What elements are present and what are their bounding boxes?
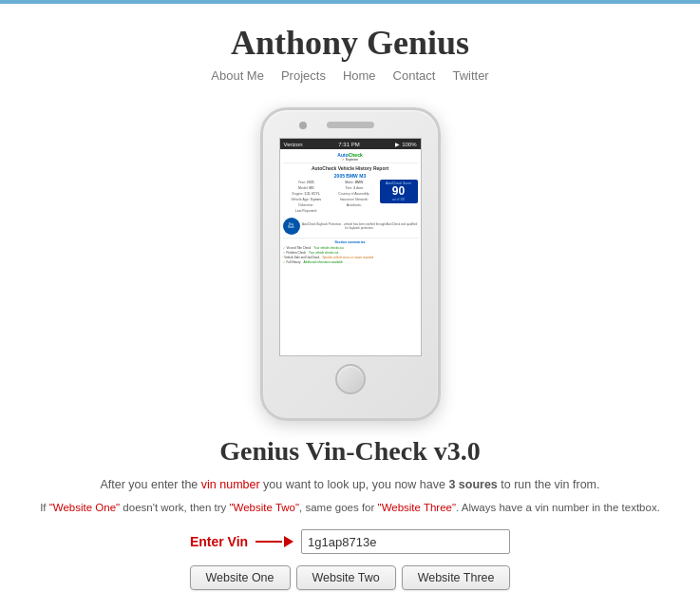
phone-screen: Verizon 7:31 PM ▶ 100% AutoCheck ✓ Exper… (279, 138, 422, 356)
phone-body: Verizon 7:31 PM ▶ 100% AutoCheck ✓ Exper… (260, 107, 441, 421)
score-value: 90 (382, 185, 416, 197)
website-three-button[interactable]: Website Three (402, 565, 511, 590)
screen-checklist: ✓ Vin and Title Check Your vehicle check… (283, 246, 418, 264)
header: Anthony Genius About Me Projects Home Co… (0, 4, 700, 88)
site-two-ref: "Website Two" (230, 502, 300, 513)
time-text: 7:31 PM (338, 142, 359, 147)
vin-highlight: vin number (201, 478, 260, 491)
nav-contact[interactable]: Contact (393, 68, 436, 83)
enter-vin-label: Enter Vin (190, 534, 248, 549)
screen-logo: AutoCheck ✓ Experian (283, 152, 418, 163)
site-one-ref: "Website One" (49, 502, 120, 513)
arrow-icon (255, 536, 293, 547)
arrow-line (255, 541, 282, 543)
nav-home[interactable]: Home (343, 68, 376, 83)
battery-text: ▶ 100% (395, 141, 416, 147)
nav-twitter[interactable]: Twitter (452, 68, 488, 83)
nav: About Me Projects Home Contact Twitter (0, 68, 700, 83)
screen-score-box: AutoCheck Score 90 out of 100 (380, 180, 418, 203)
status-bar: Verizon 7:31 PM ▶ 100% (280, 139, 421, 149)
input-row: Enter Vin (38, 529, 662, 554)
count-highlight: 3 soures (448, 478, 497, 491)
nav-about[interactable]: About Me (211, 68, 264, 83)
site-title: Anthony Genius (0, 23, 700, 63)
phone-home-button (335, 364, 366, 394)
website-two-button[interactable]: Website Two (296, 565, 396, 590)
screen-report-title: AutoCheck Vehicle History Report (283, 165, 418, 171)
nav-projects[interactable]: Projects (281, 68, 326, 83)
website-one-button[interactable]: Website One (190, 565, 291, 590)
screen-data-table: Year: 2005 Make: BMW Model: M3 Trim: 4 d… (283, 180, 378, 213)
screen-content: AutoCheck ✓ Experian AutoCheck Vehicle H… (280, 149, 421, 268)
site-three-ref: "Website Three" (378, 502, 457, 513)
main-content: Verizon 7:31 PM ▶ 100% AutoCheck ✓ Exper… (0, 88, 700, 609)
badge-area: BuyBack AutoCheck Buyback Protection - v… (283, 218, 418, 235)
phone-speaker (327, 122, 374, 128)
description-text: After you enter the vin number you want … (38, 476, 662, 494)
screen-car-model: 2005 BMW M3 (283, 173, 418, 179)
instruction-text: If "Website One" doesn't work, then try … (38, 500, 662, 516)
app-title: Genius Vin-Check v3.0 (38, 436, 662, 467)
carrier-text: Verizon (284, 142, 303, 147)
buttons-row: Website One Website Two Website Three (38, 565, 662, 590)
phone-camera (299, 122, 307, 129)
phone-mockup: Verizon 7:31 PM ▶ 100% AutoCheck ✓ Exper… (38, 107, 662, 421)
buyback-badge: BuyBack (283, 218, 300, 235)
screen-section-label: Section summaries (283, 238, 418, 244)
arrow-head (284, 536, 293, 547)
vin-input[interactable] (301, 529, 510, 554)
